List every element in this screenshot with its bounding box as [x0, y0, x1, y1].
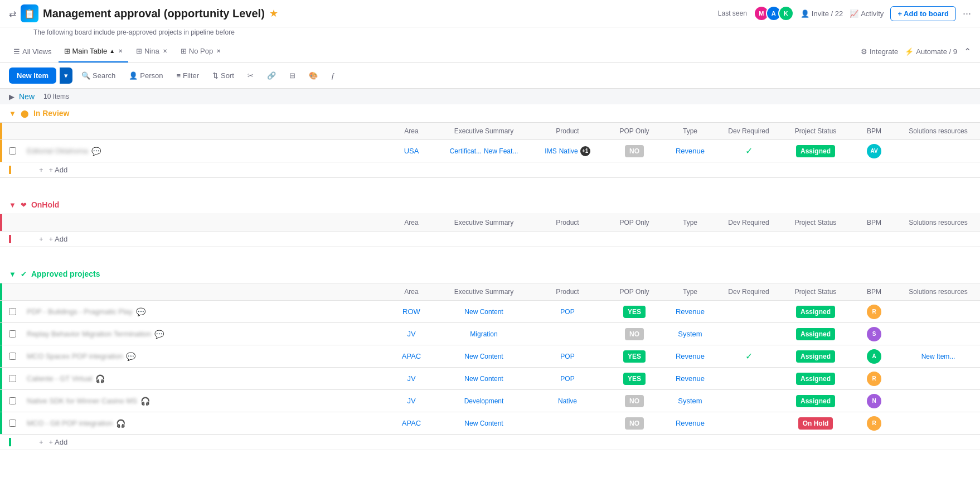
col-bpm-header-oh[interactable]: BPM	[852, 214, 896, 231]
row-checkbox[interactable]	[2, 147, 22, 155]
add-row-onhold[interactable]: + + Add	[0, 232, 980, 247]
row-status-pdp[interactable]: Assigned	[779, 305, 852, 318]
lasso-button[interactable]: ✂	[243, 68, 258, 83]
chat-icon[interactable]: 💬	[91, 147, 101, 156]
exec-tag-2[interactable]: New Feat...	[484, 147, 518, 155]
col-status-header[interactable]: Project Status	[779, 123, 852, 139]
onhold-toggle[interactable]: ▼	[9, 201, 16, 209]
row-bpm-mco-g8[interactable]: R	[852, 414, 896, 433]
row-status-replay[interactable]: Assigned	[779, 327, 852, 340]
col-dev-header-oh[interactable]: Dev Required	[718, 214, 779, 231]
all-views-button[interactable]: ☰ All Views	[9, 47, 56, 56]
row-bpm-replay[interactable]: S	[852, 325, 896, 344]
col-product-header[interactable]: Product	[528, 123, 607, 139]
row-cb-pdp[interactable]	[2, 308, 22, 315]
row-name-native-sdk[interactable]: Native SDK for Winner Casino MS 🎧	[22, 392, 384, 410]
row-exec-replay[interactable]: Migration	[439, 326, 528, 343]
row-cb-replay[interactable]	[2, 330, 22, 338]
row-bpm-pdp[interactable]: R	[852, 302, 896, 321]
tab-no-pop[interactable]: ⊞ No Pop ✕	[175, 41, 226, 62]
automate-button[interactable]: ⚡ Automate / 9	[905, 47, 957, 56]
tab-nina-close[interactable]: ✕	[163, 48, 167, 54]
col-pop-header-oh[interactable]: POP Only	[607, 214, 662, 231]
col-type-header[interactable]: Type	[662, 123, 718, 139]
row-bpm-caliente[interactable]: R	[852, 369, 896, 388]
integrate-button[interactable]: ⚙ Integrate	[861, 47, 898, 56]
col-bpm-header-ap[interactable]: BPM	[852, 283, 896, 300]
row-product-caliente[interactable]: POP	[528, 370, 607, 387]
row-area-cell[interactable]: USA	[384, 142, 439, 160]
add-row-in-review[interactable]: + + Add	[0, 162, 980, 178]
row-dev-caliente[interactable]	[718, 374, 779, 383]
row-pop-pdp[interactable]: YES	[607, 305, 662, 318]
chat-icon-replay[interactable]: 💬	[154, 330, 164, 339]
col-area-header[interactable]: Area	[384, 123, 439, 139]
row-pop-mco-spacex[interactable]: YES	[607, 350, 662, 363]
row-pop-cell[interactable]: NO	[607, 144, 662, 157]
row-area-replay[interactable]: JV	[384, 325, 439, 343]
star-icon[interactable]: ★	[269, 7, 278, 20]
exec-tag-1[interactable]: Certificat...	[450, 147, 482, 155]
row-area-native-sdk[interactable]: JV	[384, 392, 439, 409]
color-button[interactable]: 🎨	[304, 68, 322, 83]
row-area-mco-g8[interactable]: APAC	[384, 414, 439, 432]
approved-toggle[interactable]: ▼	[9, 270, 16, 278]
col-type-header-ap[interactable]: Type	[662, 283, 718, 300]
group-in-review-label[interactable]: In Review	[33, 109, 70, 118]
row-bpm-mco-spacex[interactable]: A	[852, 347, 896, 366]
row-cb-native-sdk[interactable]	[2, 397, 22, 404]
share-icon[interactable]: ⇄	[9, 8, 16, 19]
person-button[interactable]: 👤 Person	[124, 68, 167, 83]
row-type-pdp[interactable]: Revenue	[662, 303, 718, 320]
col-pop-header[interactable]: POP Only	[607, 123, 662, 139]
col-status-header-ap[interactable]: Project Status	[779, 283, 852, 300]
col-area-header-ap[interactable]: Area	[384, 283, 439, 300]
row-type-caliente[interactable]: Revenue	[662, 370, 718, 387]
row-dev-cell[interactable]: ✓	[718, 141, 779, 161]
row-solutions-mco-g8[interactable]	[896, 421, 980, 426]
new-item-button[interactable]: New Item	[9, 68, 56, 84]
row-type-mco-spacex[interactable]: Revenue	[662, 348, 718, 365]
col-exec-header[interactable]: Executive Summary	[439, 123, 528, 139]
sort-button[interactable]: ⇅ Sort	[208, 68, 239, 83]
row-name-pdp[interactable]: PDP - Buildings - Pragmatic Play 💬	[22, 303, 384, 321]
row-pop-caliente[interactable]: YES	[607, 372, 662, 385]
row-dev-mco-spacex[interactable]: ✓	[718, 346, 779, 366]
row-type-native-sdk[interactable]: System	[662, 392, 718, 409]
row-bpm-cell[interactable]: AV	[852, 142, 896, 161]
row-area-mco-spacex[interactable]: APAC	[384, 348, 439, 365]
in-review-toggle[interactable]: ▼	[9, 109, 16, 118]
col-exec-header-oh[interactable]: Executive Summary	[439, 214, 528, 231]
search-button[interactable]: 🔍 Search	[77, 68, 120, 83]
col-type-header-oh[interactable]: Type	[662, 214, 718, 231]
row-dev-native-sdk[interactable]	[718, 397, 779, 406]
row-type-replay[interactable]: System	[662, 325, 718, 343]
row-solutions-pdp[interactable]	[896, 310, 980, 314]
collapse-button[interactable]: ⌃	[964, 46, 971, 57]
row-cb-caliente[interactable]	[2, 375, 22, 382]
row-area-caliente[interactable]: JV	[384, 370, 439, 387]
row-type-mco-g8[interactable]: Revenue	[662, 414, 718, 432]
tab-nina[interactable]: ⊞ Nina ✕	[130, 41, 173, 62]
col-solutions-header[interactable]: Solutions resources	[896, 123, 980, 139]
group-new-toggle[interactable]: ▶	[9, 93, 14, 101]
row-exec-mco-spacex[interactable]: New Content	[439, 348, 528, 365]
add-to-board-button[interactable]: + Add to board	[890, 6, 956, 21]
row-product-native-sdk[interactable]: Native	[528, 393, 607, 409]
filter-button[interactable]: ≡ Filter	[172, 68, 203, 83]
row-name-mco-spacex[interactable]: MCO Spacex POP integration 💬	[22, 348, 384, 365]
row-status-cell[interactable]: Assigned	[779, 144, 852, 157]
more-options-button[interactable]: ···	[963, 8, 971, 20]
row-product-cell[interactable]: IMS Native +1	[528, 142, 607, 161]
invite-button[interactable]: 👤 Invite / 22	[801, 9, 843, 18]
row-product-mco-spacex[interactable]: POP	[528, 348, 607, 365]
row-cb-mco-spacex[interactable]	[2, 353, 22, 360]
row-name-replay[interactable]: Replay Behavior Migration Termination 💬	[22, 325, 384, 343]
row-dev-mco-g8[interactable]	[718, 419, 779, 428]
row-exec-cell[interactable]: Certificat... New Feat...	[439, 143, 528, 160]
col-exec-header-ap[interactable]: Executive Summary	[439, 283, 528, 300]
row-name-caliente[interactable]: Caliente - GT Virtual 🎧	[22, 370, 384, 388]
row-pop-mco-g8[interactable]: NO	[607, 417, 662, 430]
group-approved-label[interactable]: Approved projects	[31, 269, 100, 278]
product-tag-ims[interactable]: IMS	[545, 147, 556, 155]
